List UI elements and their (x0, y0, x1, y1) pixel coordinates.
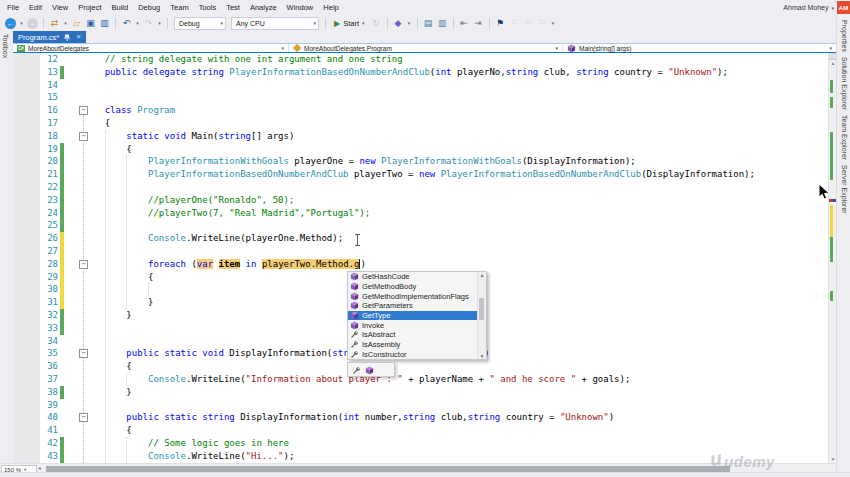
save-icon[interactable]: ▣ (84, 17, 97, 30)
decrease-indent-icon[interactable]: ⇤ (458, 17, 471, 30)
fold-toggle-class[interactable]: − (79, 106, 88, 115)
intellisense-item-gethashcode[interactable]: GetHashCode (348, 272, 478, 282)
navigate-to-icon[interactable]: ▤ (422, 17, 435, 30)
menu-analyze[interactable]: Analyze (245, 2, 282, 13)
intellisense-item-getparameters[interactable]: GetParameters (348, 301, 478, 311)
chevron-down-icon: ▾ (281, 45, 284, 51)
code-line-43[interactable]: 43 Console.WriteLine("Hi..."); (13, 450, 828, 463)
fold-toggle-main[interactable]: − (79, 132, 88, 141)
code-line-20[interactable]: 20 PlayerInformationWithGoals playerOne … (13, 155, 828, 168)
code-editor[interactable]: 12 // string delegate with one int argum… (13, 53, 828, 463)
toggle-bookmark-icon[interactable]: ⚑ (494, 17, 507, 30)
menu-view[interactable]: View (47, 2, 73, 13)
code-line-38[interactable]: 38 } (13, 386, 828, 399)
code-line-17[interactable]: 17 { (13, 117, 828, 130)
toolbar-separator (115, 18, 116, 29)
menu-file[interactable]: File (2, 2, 24, 13)
scrollbar-thumb[interactable] (479, 298, 484, 320)
start-debugging-button[interactable]: ▶Start▾ (330, 19, 369, 28)
toolbar-overflow-2[interactable]: ▾ (550, 20, 557, 26)
member-dropdown[interactable]: Main(string[] args) ▾ (563, 44, 836, 52)
code-line-39[interactable]: 39 (13, 399, 828, 412)
dock-tab-server-explorer[interactable]: Server Explorer (839, 165, 850, 214)
intellisense-item-gettype[interactable]: GetType (348, 311, 478, 321)
solution-configurations[interactable]: Debug▾ (174, 17, 226, 30)
code-line-41[interactable]: 41 { (13, 424, 828, 437)
dock-tab-solution-explorer[interactable]: Solution Explorer (839, 57, 850, 110)
scroll-left-icon[interactable]: ◂ (38, 465, 41, 471)
code-line-37[interactable]: 37 Console.WriteLine("Information about … (13, 373, 828, 386)
intellisense-item-getmethodimplementationflags[interactable]: GetMethodImplementationFlags (348, 291, 478, 301)
code-line-18[interactable]: 18 static void Main(string[] args) (13, 130, 828, 143)
intellitrace-icon[interactable]: ◆ (392, 17, 405, 30)
dock-tab-toolbox[interactable]: Toolbox (2, 34, 9, 58)
menu-debug[interactable]: Debug (133, 2, 165, 13)
menu-test[interactable]: Test (221, 2, 245, 13)
tab-program-cs[interactable]: Program.cs* × (13, 31, 86, 43)
intellisense-item-invoke[interactable]: Invoke (348, 320, 478, 330)
code-line-16[interactable]: 16 class Program (13, 104, 828, 117)
code-line-25[interactable]: 25 (13, 219, 828, 232)
close-icon[interactable]: × (76, 33, 81, 41)
code-line-28[interactable]: 28 foreach (var item in playerTwo.Method… (13, 258, 828, 271)
dock-tab-team-explorer[interactable]: Team Explorer (839, 115, 850, 160)
intellisense-item-isassembly[interactable]: IsAssembly (348, 340, 478, 350)
sync-with-active-document-icon[interactable]: ⇄ (48, 17, 61, 30)
intellisense-item-isconstructor[interactable]: IsConstructor (348, 350, 478, 360)
undo-icon[interactable]: ↶ (120, 17, 133, 30)
methods-filter-icon[interactable] (365, 360, 374, 379)
change-tracking-bar (60, 386, 64, 399)
user-name[interactable]: Ahmad Mohey (783, 4, 828, 11)
code-line-27[interactable]: 27 (13, 245, 828, 258)
pin-icon[interactable] (64, 34, 71, 41)
code-line-12[interactable]: 12 // string delegate with one int argum… (13, 53, 828, 66)
menu-help[interactable]: Help (318, 2, 343, 13)
user-area[interactable]: Ahmad Mohey ▾ AM (783, 1, 850, 14)
code-line-22[interactable]: 22 (13, 181, 828, 194)
find-in-files-icon[interactable]: ▥ (436, 17, 449, 30)
project-dropdown[interactable]: C# MoreAboutDelegates ▾ (13, 44, 289, 52)
type-dropdown[interactable]: MoreAboutDelegates.Program ▾ (289, 44, 563, 52)
code-line-21[interactable]: 21 PlayerInformationBasedOnNumberAndClub… (13, 168, 828, 181)
open-file-icon[interactable]: ▱ (70, 17, 83, 30)
visual-studio-window: FileEditViewProjectBuildDebugTeamToolsTe… (0, 0, 850, 477)
intellisense-item-getmethodbody[interactable]: GetMethodBody (348, 282, 478, 292)
menu-project[interactable]: Project (73, 2, 106, 13)
scroll-down-icon[interactable]: ▼ (478, 353, 486, 359)
menu-team[interactable]: Team (165, 2, 193, 13)
menu-edit[interactable]: Edit (24, 2, 47, 13)
menu-window[interactable]: Window (282, 2, 319, 13)
code-line-26[interactable]: 26 Console.WriteLine(playerOne.Method); (13, 232, 828, 245)
code-line-23[interactable]: 23 //playerOne("Ronaldo", 50); (13, 194, 828, 207)
dock-tab-properties[interactable]: Properties (839, 20, 850, 52)
fold-toggle-foreach[interactable]: − (79, 260, 88, 269)
toolbar-overflow-1[interactable]: ▾ (406, 20, 413, 26)
fold-toggle-method1[interactable]: − (79, 349, 88, 358)
increase-indent-icon[interactable]: ⇥ (472, 17, 485, 30)
code-line-19[interactable]: 19 { (13, 143, 828, 156)
code-line-40[interactable]: 40 public static string DisplayInformati… (13, 411, 828, 424)
intellisense-scrollbar[interactable]: ▲ ▼ (477, 272, 486, 359)
code-line-42[interactable]: 42 // Some logic goes in here (13, 437, 828, 450)
save-all-icon[interactable]: ▥ (98, 17, 111, 30)
avatar[interactable]: AM (837, 1, 850, 14)
redo-dropdown[interactable]: ▾ (156, 20, 163, 26)
scrollbar-thumb[interactable] (46, 466, 730, 472)
scroll-up-icon[interactable]: ▲ (478, 272, 486, 278)
code-line-15[interactable]: 15 (13, 91, 828, 104)
navigate-backward-icon[interactable]: ← (5, 18, 16, 29)
code-line-13[interactable]: 13 public delegate string PlayerInformat… (13, 66, 828, 79)
intellisense-item-isabstract[interactable]: IsAbstract (348, 330, 478, 340)
navigate-backward-dropdown[interactable]: ▾ (18, 20, 25, 26)
chevron-down-icon: ▾ (831, 5, 834, 11)
undo-dropdown[interactable]: ▾ (134, 20, 141, 26)
solution-platforms[interactable]: Any CPU▾ (231, 17, 319, 30)
code-line-36[interactable]: 36 { (13, 360, 828, 373)
new-item-dropdown[interactable]: ▾ (62, 20, 69, 26)
properties-filter-icon[interactable] (352, 360, 361, 379)
code-line-24[interactable]: 24 //playerTwo(7, "Real Madrid","Portuga… (13, 207, 828, 220)
menu-tools[interactable]: Tools (194, 2, 222, 13)
menu-build[interactable]: Build (107, 2, 134, 13)
code-line-14[interactable]: 14 (13, 79, 828, 92)
fold-toggle-method2[interactable]: − (79, 413, 88, 422)
